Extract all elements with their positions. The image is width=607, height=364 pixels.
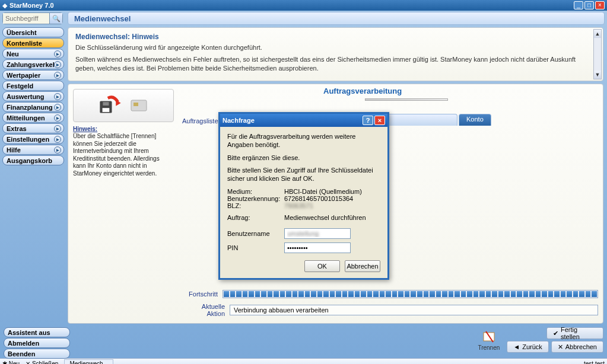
info-text1: Die Schlüsseländerung wird für angezeigt… xyxy=(75,43,591,52)
fertig-button[interactable]: ✔Fertig stellen xyxy=(546,327,603,339)
search-icon: 🔍 xyxy=(52,15,61,23)
sidebar-item-einstellungen[interactable]: Einstellungen▸ xyxy=(2,134,64,144)
taskbar-neu[interactable]: ✱ Neu xyxy=(2,360,20,364)
back-icon: ◄ xyxy=(513,343,520,350)
sidebar-item-finanzplanung[interactable]: Finanzplanung▸ xyxy=(2,102,64,112)
zurueck-button[interactable]: ◄Zurück xyxy=(507,341,549,353)
pin-label: PIN xyxy=(227,244,284,251)
benutzerkennung-value: 6726814657001015364 xyxy=(284,195,353,202)
chevron-icon: ▸ xyxy=(54,114,61,122)
dialog-ok-button[interactable]: OK xyxy=(304,260,340,272)
chevron-icon: ▸ xyxy=(54,136,61,143)
window-titlebar: ◆ StarMoney 7.0 _ □ × xyxy=(0,0,607,11)
blz-value: 79063571 xyxy=(284,202,313,209)
blz-key: BLZ: xyxy=(227,202,284,209)
taskbar-tab[interactable]: Medienwech... xyxy=(64,359,113,364)
svg-rect-5 xyxy=(134,103,138,106)
sidebar-item-mitteilungen[interactable]: Mitteilungen▸ xyxy=(2,113,64,123)
page-title: Medienwechsel xyxy=(68,12,605,25)
abmelden-button[interactable]: Abmelden xyxy=(4,338,70,348)
pin-input[interactable] xyxy=(284,242,351,253)
taskbar-schliessen[interactable]: ✕ Schließen xyxy=(26,360,58,364)
medium-value: HBCI-Datei (Quellmedium) xyxy=(284,188,362,195)
check-icon: ✔ xyxy=(553,330,558,337)
hint-body: Über die Schaltfläche [Trennen] können S… xyxy=(73,133,160,177)
sidebar-item-kontenliste[interactable]: Kontenliste xyxy=(2,38,64,48)
aktion-label: Aktuelle Aktion xyxy=(182,303,225,317)
benutzerkennung-key: Benutzerkennung: xyxy=(227,195,284,202)
status-bar: ✱ Neu ✕ Schließen Medienwech... test tes… xyxy=(0,358,607,364)
cancel-icon: ✕ xyxy=(558,343,563,351)
dialog-p3: Bitte stellen Sie den Zugriff auf Ihre S… xyxy=(227,167,380,183)
maximize-button[interactable]: □ xyxy=(584,1,594,9)
medium-key: Medium: xyxy=(227,188,284,195)
sidebar-item-auswertung[interactable]: Auswertung▸ xyxy=(2,91,64,101)
search-box: 🔍 xyxy=(2,12,63,24)
search-button[interactable]: 🔍 xyxy=(49,13,62,24)
sidebar-item-extras[interactable]: Extras▸ xyxy=(2,123,64,133)
dialog-p1: Für die Auftragsverarbeitung werden weit… xyxy=(227,133,380,149)
sidebar-item-ausgangskorb[interactable]: Ausgangskorb xyxy=(2,155,64,165)
benutzername-label: Benutzername xyxy=(227,230,284,237)
close-button[interactable]: × xyxy=(595,1,605,9)
dialog-cancel-button[interactable]: Abbrechen xyxy=(345,260,380,272)
card-icon xyxy=(129,95,149,116)
chevron-icon: ▸ xyxy=(54,93,61,100)
hint-title: Hinweis: xyxy=(73,126,97,132)
info-text2: Sollten während es Medienwechsels ein Fe… xyxy=(75,55,591,72)
chevron-icon: ▸ xyxy=(54,146,61,154)
dialog-p2: Bitte ergänzen Sie diese. xyxy=(227,154,380,162)
chevron-icon: ▸ xyxy=(54,125,61,132)
sidebar-item-übersicht[interactable]: Übersicht xyxy=(2,27,64,37)
mini-progress xyxy=(365,98,448,101)
beenden-button[interactable]: Beenden xyxy=(4,349,70,359)
dialog-help-button[interactable]: ? xyxy=(363,116,373,125)
info-scrollbar[interactable]: ▲ ▼ xyxy=(593,29,602,79)
info-panel: Medienwechsel: Hinweis Die Schlüsselände… xyxy=(68,27,603,81)
bottom-bar: Assistent aus Abmelden Beenden Trennen ✔… xyxy=(0,325,607,358)
scroll-down-icon[interactable]: ▼ xyxy=(594,71,601,79)
info-heading: Medienwechsel: Hinweis xyxy=(75,33,591,41)
dialog-close-button[interactable]: × xyxy=(374,116,385,125)
dialog-title: Nachfrage xyxy=(223,117,361,124)
fortschritt-label: Fortschritt xyxy=(182,290,218,298)
auftrag-value: Medienwechsel durchführen xyxy=(284,214,366,221)
media-icon-card xyxy=(73,89,174,122)
svg-rect-4 xyxy=(131,100,147,111)
trennen-button[interactable]: Trennen xyxy=(474,328,503,352)
scroll-up-icon[interactable]: ▲ xyxy=(594,30,601,38)
aktion-field xyxy=(230,305,598,315)
sidebar: ÜbersichtKontenlisteNeu▸Zahlungsverkehr▸… xyxy=(0,26,66,325)
sidebar-item-neu[interactable]: Neu▸ xyxy=(2,49,64,59)
disk-transfer-icon xyxy=(98,93,123,118)
minimize-button[interactable]: _ xyxy=(574,1,583,9)
hint-text: Hinweis: Über die Schaltfläche [Trennen]… xyxy=(73,126,174,178)
taskbar-right: test test xyxy=(584,360,605,364)
abbrechen-button[interactable]: ✕Abbrechen xyxy=(551,341,603,353)
top-bar: 🔍 Medienwechsel xyxy=(0,11,607,26)
auftrag-key: Auftrag: xyxy=(227,214,284,221)
chevron-icon: ▸ xyxy=(54,61,61,68)
chevron-icon: ▸ xyxy=(54,50,61,58)
assistent-aus-button[interactable]: Assistent aus xyxy=(4,327,70,337)
sidebar-item-wertpapier[interactable]: Wertpapier▸ xyxy=(2,70,64,80)
progress-bar xyxy=(223,290,598,298)
disconnect-icon xyxy=(481,329,497,344)
sidebar-item-hilfe[interactable]: Hilfe▸ xyxy=(2,145,64,155)
benutzername-input[interactable] xyxy=(284,228,351,239)
chevron-icon: ▸ xyxy=(54,104,61,111)
nachfrage-dialog: Nachfrage ? × Für die Auftragsverarbeitu… xyxy=(218,112,389,280)
svg-rect-1 xyxy=(103,108,110,112)
search-input[interactable] xyxy=(3,13,49,24)
dialog-titlebar: Nachfrage ? × xyxy=(220,114,387,127)
sidebar-item-zahlungsverkehr[interactable]: Zahlungsverkehr▸ xyxy=(2,59,64,69)
svg-rect-2 xyxy=(103,102,109,106)
app-icon: ◆ xyxy=(2,2,7,9)
chevron-icon: ▸ xyxy=(54,72,61,79)
sidebar-item-festgeld[interactable]: Festgeld xyxy=(2,81,64,91)
window-title: StarMoney 7.0 xyxy=(9,2,573,9)
auftragsverarbeitung-heading: Auftragsverarbeitung xyxy=(323,87,402,95)
tab-konto[interactable]: Konto xyxy=(459,114,491,126)
